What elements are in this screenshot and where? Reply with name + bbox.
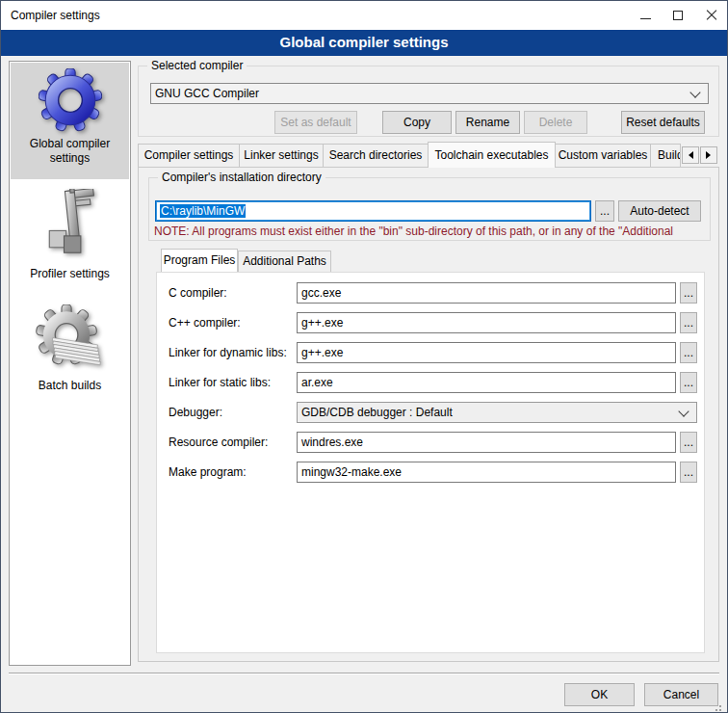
linker-dynamic-label: Linker for dynamic libs: <box>169 342 287 363</box>
gray-gear-stack-icon <box>11 304 129 377</box>
compiler-select[interactable]: GNU GCC Compiler <box>150 83 709 104</box>
copy-button[interactable]: Copy <box>382 111 452 134</box>
minimize-button[interactable] <box>629 1 662 30</box>
make-program-label: Make program: <box>169 462 247 483</box>
tab-additional-paths[interactable]: Additional Paths <box>238 251 331 272</box>
sidebar-item-profiler-settings[interactable]: Profiler settings <box>11 187 129 287</box>
selected-compiler-group: Selected compiler GNU GCC Compiler Set a… <box>138 66 719 137</box>
linker-dynamic-input[interactable] <box>297 342 676 363</box>
note-text: NOTE: All programs must exist either in … <box>154 224 718 238</box>
resource-compiler-browse-button[interactable]: ... <box>680 432 697 453</box>
cpp-compiler-browse-button[interactable]: ... <box>680 312 697 333</box>
sidebar-item-label: Batch builds <box>11 377 129 393</box>
delete-button[interactable]: Delete <box>524 111 587 134</box>
tab-custom-variables[interactable]: Custom variables <box>555 144 651 167</box>
sidebar-item-label: Profiler settings <box>11 265 129 281</box>
sidebar-item-label: Global compiler settings <box>11 135 129 166</box>
tab-scroll-left-button[interactable] <box>682 146 699 164</box>
maximize-icon <box>673 11 683 20</box>
c-compiler-label: C compiler: <box>169 282 227 304</box>
page-title: Global compiler settings <box>1 30 727 56</box>
tab-linker-settings[interactable]: Linker settings <box>239 144 324 167</box>
arrow-right-icon <box>706 151 715 159</box>
close-icon <box>705 10 716 21</box>
program-files-pane: C compiler: ... C++ compiler: ... Linker… <box>156 272 705 653</box>
c-compiler-value[interactable] <box>301 283 671 303</box>
linker-static-value[interactable] <box>301 373 671 392</box>
resource-compiler-value[interactable] <box>301 433 671 452</box>
cpp-compiler-input[interactable] <box>297 312 676 333</box>
reset-defaults-button[interactable]: Reset defaults <box>621 111 705 134</box>
window-controls <box>629 1 727 30</box>
ok-button[interactable]: OK <box>564 683 635 706</box>
installation-directory-input[interactable]: C:\raylib\MinGW <box>155 200 591 222</box>
cpp-compiler-label: C++ compiler: <box>169 312 241 333</box>
toolchain-executables-pane: Compiler's installation directory C:\ray… <box>138 167 719 662</box>
maximize-button[interactable] <box>662 1 694 30</box>
caliper-icon <box>11 189 129 265</box>
c-compiler-browse-button[interactable]: ... <box>680 282 697 304</box>
sidebar-item-batch-builds[interactable]: Batch builds <box>11 299 129 407</box>
c-compiler-input[interactable] <box>297 282 676 304</box>
settings-category-list: Global compiler settings <box>9 61 131 666</box>
compiler-select-value: GNU GCC Compiler <box>155 87 259 100</box>
tab-program-files[interactable]: Program Files <box>161 249 238 272</box>
make-program-input[interactable] <box>297 462 676 483</box>
rename-button[interactable]: Rename <box>455 111 520 134</box>
tab-search-directories[interactable]: Search directories <box>323 144 429 167</box>
debugger-select-value: GDB/CDB debugger : Default <box>301 406 453 419</box>
tab-scroll-right-button[interactable] <box>700 146 717 164</box>
minimize-icon <box>640 18 651 19</box>
auto-detect-button[interactable]: Auto-detect <box>618 200 701 222</box>
resource-compiler-label: Resource compiler: <box>169 432 268 453</box>
chevron-down-icon <box>689 87 700 97</box>
linker-static-input[interactable] <box>297 372 676 393</box>
resource-compiler-input[interactable] <box>297 432 676 453</box>
installation-directory-legend: Compiler's installation directory <box>158 171 325 184</box>
browse-directory-button[interactable]: ... <box>595 200 614 222</box>
compiler-settings-dialog: Compiler settings Global compiler settin… <box>0 0 728 713</box>
selected-compiler-legend: Selected compiler <box>147 59 247 72</box>
resize-grip[interactable] <box>712 705 714 707</box>
sidebar-item-global-compiler-settings[interactable]: Global compiler settings <box>11 63 129 179</box>
debugger-label: Debugger: <box>169 402 222 423</box>
selected-path-text: C:\raylib\MinGW <box>160 204 246 218</box>
linker-dynamic-value[interactable] <box>301 343 671 362</box>
blue-gear-icon <box>11 68 129 135</box>
chevron-down-icon <box>678 406 689 416</box>
set-as-default-button[interactable]: Set as default <box>274 111 357 134</box>
make-program-browse-button[interactable]: ... <box>680 462 697 483</box>
debugger-select[interactable]: GDB/CDB debugger : Default <box>297 402 697 423</box>
linker-static-label: Linker for static libs: <box>169 372 271 393</box>
titlebar[interactable]: Compiler settings <box>1 1 727 30</box>
tab-toolchain-executables[interactable]: Toolchain executables <box>428 142 556 168</box>
linker-static-browse-button[interactable]: ... <box>680 372 697 393</box>
cpp-compiler-value[interactable] <box>301 313 671 332</box>
cancel-button[interactable]: Cancel <box>644 683 718 706</box>
tab-build-truncated[interactable]: Build <box>650 144 681 167</box>
footer-separator <box>9 673 719 674</box>
make-program-value[interactable] <box>301 462 671 482</box>
arrow-left-icon <box>685 151 693 159</box>
close-button[interactable] <box>694 1 727 30</box>
tab-compiler-settings[interactable]: Compiler settings <box>138 144 240 167</box>
linker-dynamic-browse-button[interactable]: ... <box>680 342 697 363</box>
window-title: Compiler settings <box>11 9 100 22</box>
